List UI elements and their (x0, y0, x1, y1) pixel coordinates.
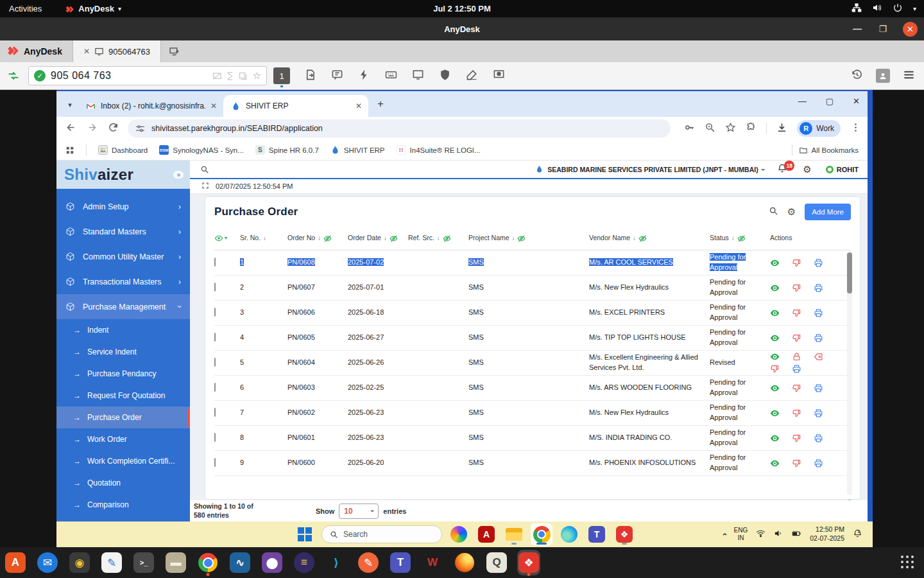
close-tab-icon[interactable]: ✕ (210, 101, 217, 110)
view-icon[interactable] (770, 433, 780, 443)
dock-thunderbird[interactable]: ✉ (36, 550, 59, 575)
column-header-project-name[interactable]: Project Name↓ (468, 234, 589, 243)
page-size-select[interactable]: 10 › (339, 504, 379, 519)
sidebar-item-common-utility-master[interactable]: Common Utility Master› (56, 244, 190, 269)
lock-icon[interactable] (792, 352, 801, 362)
all-bookmarks[interactable]: All Bookmarks (799, 146, 859, 155)
maximize-button[interactable]: ▢ (826, 96, 834, 106)
taskbar-chrome[interactable] (531, 523, 552, 545)
sidebar-subitem-indent[interactable]: →Indent (56, 319, 190, 341)
sidebar-subitem-quotation[interactable]: →Quotation (56, 472, 190, 494)
tray-expand-icon[interactable]: › (720, 533, 729, 536)
display-settings-icon[interactable] (412, 69, 424, 83)
address-field[interactable]: ✓ 905 064 763 ☆ (28, 66, 267, 85)
menu-icon[interactable] (903, 69, 915, 83)
row-checkbox[interactable] (214, 408, 216, 417)
restore-button[interactable]: ❐ (877, 24, 889, 34)
close-button[interactable]: ✕ (903, 22, 918, 37)
bookmark-star-icon[interactable] (725, 122, 736, 136)
dock-files[interactable]: ▬ (164, 550, 187, 575)
site-settings-icon[interactable] (135, 124, 145, 134)
taskbar-edge[interactable] (558, 523, 580, 545)
show-applications-icon[interactable] (901, 556, 915, 570)
notification-bell-icon[interactable] (853, 529, 862, 541)
session-tab[interactable]: ✕ 905064763 (73, 40, 161, 62)
sort-icon[interactable]: ↓ (263, 234, 266, 242)
sidebar-subitem-comparison[interactable]: →Comparison (56, 494, 190, 516)
sort-icon[interactable]: ↓ (437, 234, 440, 242)
row-checkbox[interactable] (214, 358, 216, 367)
column-header-ref-src[interactable]: Ref. Src.↓ (408, 234, 468, 243)
language-indicator[interactable]: ENG IN (734, 527, 748, 543)
thumbs-down-icon[interactable] (792, 383, 801, 393)
settings-gear-icon[interactable]: ⚙ (803, 164, 811, 175)
sidebar-subitem-work-completion-certifi[interactable]: →Work Completion Certifi... (56, 450, 190, 472)
dock-chrome[interactable] (196, 550, 219, 575)
file-transfer-icon[interactable] (304, 69, 316, 83)
keyboard-icon[interactable] (385, 69, 397, 83)
bookmark-in4suite-re-logi[interactable]: ∷In4Suite® RE LOGI... (397, 145, 481, 155)
view-icon[interactable] (770, 333, 780, 343)
thumbs-down-icon[interactable] (770, 364, 780, 374)
dock-text-editor[interactable]: ✎ (100, 550, 123, 575)
dock-terminal[interactable]: >_ (132, 550, 155, 575)
taskbar-copilot[interactable] (448, 523, 470, 545)
power-icon[interactable] (893, 3, 903, 15)
network-icon[interactable] (851, 3, 862, 15)
password-key-icon[interactable] (684, 122, 695, 136)
thumbs-down-icon[interactable] (792, 283, 801, 293)
view-icon[interactable] (770, 408, 780, 418)
taskbar-teams[interactable]: T (586, 523, 608, 545)
dock-rhythmbox[interactable]: ◉ (68, 550, 91, 575)
sort-icon[interactable]: ↓ (512, 234, 515, 242)
thumbs-down-icon[interactable] (792, 408, 801, 418)
row-checkbox[interactable] (214, 333, 216, 342)
sort-icon[interactable]: ↓ (732, 234, 735, 242)
view-icon[interactable] (770, 352, 780, 362)
view-icon[interactable] (770, 383, 780, 393)
row-checkbox[interactable] (214, 308, 216, 317)
battery-icon[interactable] (792, 529, 801, 541)
row-checkbox[interactable] (214, 283, 216, 292)
sidebar-subitem-work-order[interactable]: →Work Order (56, 428, 190, 450)
column-header-order-date[interactable]: Order Date↓ (348, 234, 408, 243)
print-icon[interactable] (814, 258, 823, 268)
favorite-star-icon[interactable]: ☆ (253, 70, 261, 82)
table-scrollbar[interactable]: ▼ (847, 252, 852, 495)
dock-wine[interactable]: W (421, 550, 444, 575)
row-checkbox[interactable] (214, 433, 216, 442)
view-icon[interactable] (770, 283, 780, 293)
taskbar-search[interactable]: Search (321, 525, 442, 543)
taskbar-anydesk[interactable]: ❖ (613, 523, 635, 545)
tab-shivit-erp[interactable]: SHIVIT ERP ✕ (223, 95, 368, 117)
sidebar-toggle-icon[interactable] (173, 171, 184, 179)
view-icon[interactable] (770, 308, 780, 318)
scrollbar-thumb[interactable] (847, 252, 852, 293)
hide-column-icon[interactable] (638, 234, 647, 243)
cancel-icon[interactable] (814, 352, 823, 362)
search-icon[interactable] (200, 164, 209, 175)
wifi-icon[interactable] (756, 529, 766, 541)
print-icon[interactable] (792, 364, 801, 374)
thumbs-down-icon[interactable] (792, 258, 801, 268)
user-menu[interactable]: ROHIT (826, 166, 859, 173)
dock-mysql-workbench[interactable]: ∿ (228, 550, 252, 575)
view-icon[interactable] (770, 258, 780, 268)
hide-column-icon[interactable] (389, 234, 398, 243)
download-icon[interactable] (776, 122, 787, 136)
row-checkbox[interactable] (214, 383, 216, 392)
thumbs-down-icon[interactable] (792, 433, 801, 443)
print-icon[interactable] (814, 333, 823, 343)
sidebar-item-admin-setup[interactable]: Admin Setup› (56, 194, 190, 219)
bookmark-synologynas-syn[interactable]: DSMSynologyNAS - Syn... (159, 145, 244, 155)
hide-column-icon[interactable] (323, 234, 332, 243)
sidebar-subitem-request-for-quotation[interactable]: →Request For Quotation (56, 385, 190, 407)
dock-screenshot-tool[interactable]: Q (485, 550, 508, 575)
clock[interactable]: Jul 2 12:50 PM (433, 4, 491, 13)
bookmark-spine-hr-6-0-7[interactable]: SSpine HR 6.0.7 (255, 145, 319, 155)
thumbs-down-icon[interactable] (792, 458, 801, 468)
sort-icon[interactable]: ↓ (633, 234, 636, 242)
sidebar-item-transactional-masters[interactable]: Transactional Masters› (56, 269, 190, 294)
bookmark-dashboard[interactable]: Dashboard (98, 145, 148, 155)
activities-button[interactable]: Activities (9, 4, 42, 13)
